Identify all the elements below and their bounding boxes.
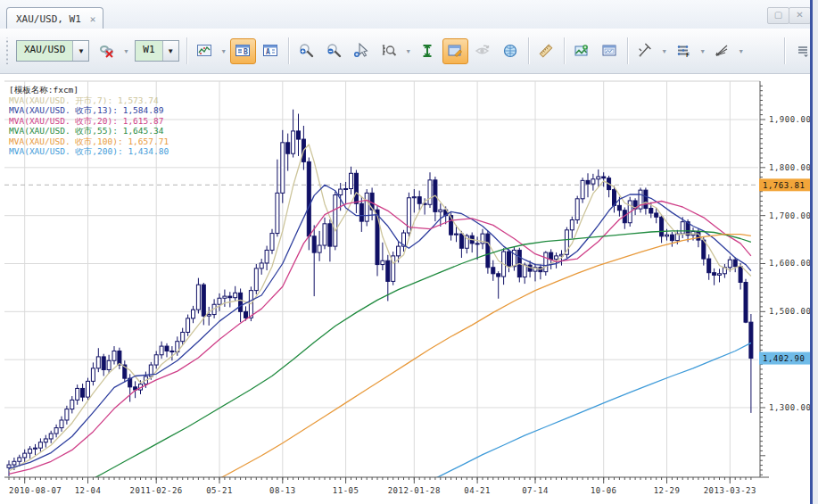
price-tick-label: 1,900.00 [769,115,811,124]
chart-type-button[interactable] [192,38,218,64]
legend-ma-1: MVA(XAU/USD. 收市,13): 1,584.89 [9,105,169,116]
price-tick-label: 1,300.00 [769,403,811,412]
info-board-button[interactable]: A [258,38,284,64]
ruler-button[interactable] [533,38,559,64]
tab-close-icon[interactable]: ✕ [90,13,96,25]
chart-area[interactable]: 1,900.001,800.001,700.001,600.001,500.00… [0,74,818,504]
measure-zoom-icon [381,43,397,59]
chart-window: XAU/USD, W1 ✕ ▢ ✕ XAU/USD▼▼W1▼▼BA▼▼F▼▼ 1… [0,0,818,504]
zoom-out-icon [326,43,342,59]
pointer-add-button[interactable] [349,38,375,64]
window-a-icon: A [262,43,278,59]
date-tick-label: 2012-01-28 [388,486,441,495]
legend-ma-4: MVA(XAU/USD. 收市,100): 1,657.71 [9,136,169,147]
legend-ma-2: MVA(XAU/USD. 收市,20): 1,615.87 [9,116,169,127]
tab-xauusd-w1[interactable]: XAU/USD, W1 ✕ [6,7,103,29]
indicator-legend: [模板名称:fxcm]MVA(XAU/USD. 开市,7): 1,573.74M… [9,85,169,157]
data-inspect-button[interactable] [376,38,402,64]
pitchfork-arrow[interactable]: ▼ [659,39,670,63]
data-inspect-arrow[interactable]: ▼ [403,39,414,63]
period-select-dropdown-arrow[interactable]: ▼ [162,41,178,61]
pitchfork-tool-button[interactable] [632,38,658,64]
date-tick-label: 11-05 [333,486,359,495]
window-b-icon: B [235,43,251,59]
gann-tool-button[interactable] [709,38,735,64]
zoom-in-button[interactable] [293,38,319,64]
chart-type-arrow[interactable]: ▼ [219,39,229,63]
date-tick-label: 12-29 [654,486,681,495]
v-fit-icon [419,43,435,59]
price-tick-label: 1,800.00 [769,163,811,172]
legend-ma-3: MVA(XAU/USD. 收市,55): 1,645.34 [9,126,169,136]
symbol-select[interactable]: XAU/USD▼ [16,40,89,62]
unlink-symbol-button[interactable] [94,38,120,64]
legend-ma-5: MVA(XAU/USD. 收市,200): 1,434.80 [9,146,169,157]
date-tick-label: 2011-02-26 [130,486,183,495]
svg-text:1,402.90: 1,402.90 [763,354,805,363]
zoom-out-button[interactable] [321,38,347,64]
toolbar-sep [784,37,785,64]
eye-refresh-icon [475,43,491,59]
annotate-window-button[interactable] [442,38,468,64]
image-frame-button[interactable] [597,38,623,64]
ruler-icon [538,43,554,59]
last-price-badge: 1,402.90 [759,352,810,365]
toolbar-grip [4,37,10,64]
price-tick-label: 1,700.00 [769,211,811,220]
quote-board-button[interactable]: B [230,38,256,64]
gann-arrow[interactable]: ▼ [736,39,747,63]
tab-title: XAU/USD, W1 [16,13,81,25]
image-frame-icon [601,43,617,59]
date-tick-label: 10-06 [591,486,617,495]
svg-text:B: B [244,48,248,56]
fibo-levels-icon: F [675,43,691,59]
toolbar-sep [528,37,529,64]
gann-arrows-icon [714,43,730,59]
date-tick-label: 12-04 [75,486,102,495]
pointer-add-icon [353,43,369,59]
restore-window-button[interactable]: ▢ [767,7,789,24]
date-tick-label: 04-21 [464,486,491,495]
unlink-options-arrow[interactable]: ▼ [120,39,131,63]
date-tick-label: 07-14 [522,486,549,495]
svg-text:A: A [266,48,270,56]
svg-text:F: F [686,52,690,59]
overflow-menu-icon [795,43,811,59]
pitchfork-icon [637,43,653,59]
fibonacci-tool-button[interactable]: F [671,38,697,64]
zoom-in-icon [298,43,314,59]
window-edit-icon [447,43,463,59]
globe-icon [502,43,518,59]
window-right-edge [813,0,818,504]
period-select-value: W1 [136,41,161,61]
legend-ma-0: MVA(XAU/USD. 开市,7): 1,573.74 [9,95,169,106]
mini-chart-icon [196,43,212,59]
insert-image-button[interactable] [569,38,595,64]
template-name-label: [模板名称:fxcm] [9,85,169,95]
date-tick-label: 08-13 [269,486,296,495]
fit-vertical-button[interactable] [415,38,441,64]
toolbar-sep [288,37,289,64]
toolbar: XAU/USD▼▼W1▼▼BA▼▼F▼▼ [0,29,818,74]
image-add-icon [574,43,590,59]
svg-text:1,763.81: 1,763.81 [763,181,805,190]
tab-bar: XAU/USD, W1 ✕ ▢ ✕ [0,0,818,29]
period-select[interactable]: W1▼ [135,40,178,62]
visibility-button[interactable] [470,38,496,64]
broken-link-icon [99,43,115,59]
toolbar-sep [186,37,187,64]
toolbar-sep [627,37,628,64]
alert-price-badge: 1,763.81 [759,178,810,191]
toolbar-sep [564,37,565,64]
symbol-select-value: XAU/USD [17,41,72,61]
symbol-select-dropdown-arrow[interactable]: ▼ [72,41,88,61]
price-tick-label: 1,600.00 [769,259,811,268]
close-window-button[interactable]: ✕ [789,7,811,24]
price-tick-label: 1,500.00 [769,307,811,316]
world-time-button[interactable] [498,38,524,64]
date-tick-label: 2013-03-23 [704,486,756,495]
date-tick-label: 2010-08-07 [9,486,62,495]
date-tick-label: 05-21 [206,486,233,495]
fibonacci-arrow[interactable]: ▼ [698,39,708,63]
